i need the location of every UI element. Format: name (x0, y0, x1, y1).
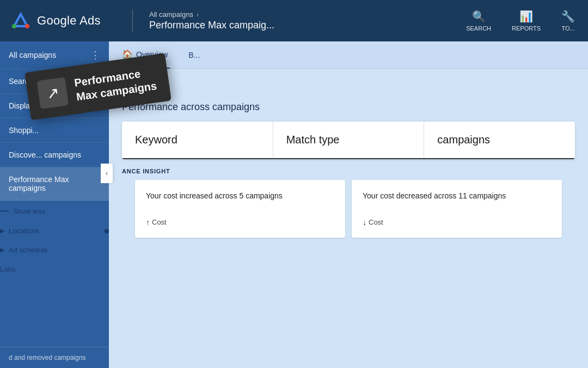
insight-metric-up: ↑ Cost (146, 218, 334, 227)
main-content: 🏠 Overview B... nsights Performance acro… (109, 41, 588, 368)
tools-button[interactable]: 🔧 TO... (554, 5, 583, 36)
arrow-right-icon: ▶ (0, 227, 4, 234)
tooltip-title: Performance Max campaigns (74, 64, 160, 104)
table-header: Keyword Match type campaigns (122, 122, 575, 159)
breadcrumb-chevron-icon: › (197, 11, 199, 19)
header-divider (132, 10, 133, 32)
reports-button[interactable]: 📊 REPORTS (504, 5, 548, 36)
svg-point-0 (12, 24, 16, 28)
sidebar-item-shopping-campaigns[interactable]: Shoppi... (0, 118, 109, 143)
logo-text: Google Ads (37, 14, 101, 28)
breadcrumb-parent: All campaigns › (149, 10, 448, 19)
performance-section: Performance across campaigns Keyword Mat… (109, 101, 588, 238)
sidebar-item-label: All campaigns (9, 51, 56, 59)
sidebar-removed-campaigns[interactable]: d and removed campaigns (0, 347, 109, 368)
arrow-up-icon: ↑ (146, 218, 150, 227)
insight-card-text-decrease: Your cost decreased across 11 campaigns (363, 191, 551, 202)
sidebar-item-label: Performance Max campaigns (9, 175, 100, 192)
performance-title: Performance across campaigns (122, 101, 575, 113)
filter-locations[interactable]: ▶ Locations (0, 221, 109, 240)
insight-label: ANCE INSIGHT (122, 168, 575, 174)
insight-card-increase: Your cost increased across 5 campaigns ↑… (135, 180, 345, 238)
breadcrumb-section: All campaigns › Performance Max campaig.… (138, 10, 458, 31)
sidebar-item-discovery-campaigns[interactable]: Discove... campaigns (0, 143, 109, 167)
sub-nav-b[interactable]: B... (186, 41, 202, 69)
sidebar-item-label: Shoppi... (9, 126, 39, 135)
top-bar-actions: 🔍 SEARCH 📊 REPORTS 🔧 TO... (458, 5, 588, 36)
keyword-table: Keyword Match type campaigns (122, 122, 575, 159)
sidebar-item-label: Discove... campaigns (9, 150, 81, 159)
sub-nav: 🏠 Overview B... (109, 41, 588, 69)
filter-ad-schedule[interactable]: ▶ Ad schedule (0, 240, 109, 260)
tooltip-icon-box: ↗ (36, 77, 69, 109)
logo-section: Google Ads (0, 11, 127, 31)
tools-icon: 🔧 (561, 10, 575, 23)
chevron-left-icon: ‹ (106, 170, 108, 177)
column-campaigns: campaigns (424, 122, 575, 158)
minus-icon: — (0, 206, 9, 216)
column-match-type: Match type (273, 122, 425, 158)
reports-icon: 📊 (519, 10, 533, 23)
insight-metric-down: ↓ Cost (363, 218, 551, 227)
arrow-down-icon: ↓ (363, 218, 366, 227)
filter-labs[interactable]: Labs (0, 260, 109, 279)
insight-card-decrease: Your cost decreased across 11 campaigns … (352, 180, 562, 238)
svg-point-1 (25, 24, 29, 28)
filter-show-less[interactable]: — Show less (0, 201, 109, 221)
breadcrumb-current: Performance Max campaig... (149, 20, 448, 31)
insight-card-text-increase: Your cost increased across 5 campaigns (146, 191, 334, 202)
filter-dot-indicator (105, 229, 109, 233)
sidebar-collapse-button[interactable]: ‹ (101, 164, 113, 183)
sidebar-item-performance-max[interactable]: Performance Max campaigns (0, 167, 109, 201)
search-icon: 🔍 (472, 10, 486, 23)
trend-up-icon: ↗ (45, 83, 60, 103)
arrow-right-icon: ▶ (0, 246, 4, 254)
search-button[interactable]: 🔍 SEARCH (458, 5, 499, 36)
google-ads-logo-icon (11, 11, 30, 31)
column-keyword: Keyword (122, 122, 273, 158)
insight-cards-row: Your cost increased across 5 campaigns ↑… (122, 180, 575, 238)
insights-title: nsights (109, 69, 588, 101)
more-options-icon[interactable]: ⋮ (90, 49, 100, 61)
top-bar: Google Ads All campaigns › Performance M… (0, 0, 588, 41)
